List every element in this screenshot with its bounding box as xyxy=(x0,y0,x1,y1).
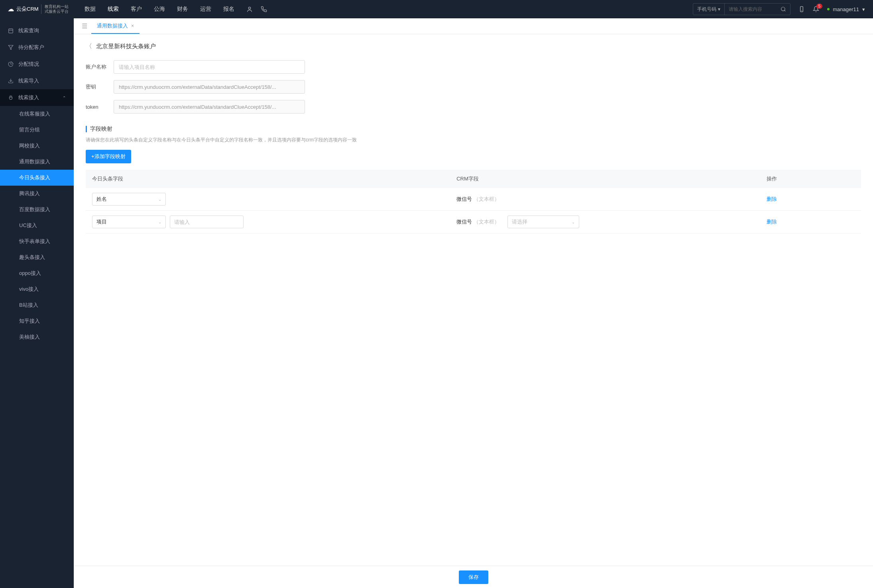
save-button[interactable]: 保存 xyxy=(459,570,488,584)
logo: ☁ 云朵CRM 教育机构一站 式服务云平台 xyxy=(8,4,69,14)
filter-icon xyxy=(8,45,14,50)
sidebar-sub-bilibili[interactable]: B站接入 xyxy=(0,297,74,313)
breadcrumb[interactable]: 〈 北京昱新科技头条账户 xyxy=(86,42,861,51)
col-action: 操作 xyxy=(760,170,861,188)
upload-icon xyxy=(8,78,14,84)
search-group: 手机号码 ▾ xyxy=(693,3,790,15)
svg-rect-3 xyxy=(800,6,803,12)
status-dot xyxy=(827,8,830,10)
pie-icon xyxy=(8,61,14,67)
delete-link[interactable]: 删除 xyxy=(767,196,777,202)
account-input[interactable] xyxy=(114,60,305,74)
user-menu[interactable]: manager11 ▾ xyxy=(827,6,865,12)
tab-general-data[interactable]: 通用数据接入 × xyxy=(91,18,140,34)
search-icon xyxy=(781,6,786,12)
col-toutiao: 今日头条字段 xyxy=(86,170,450,188)
svg-rect-5 xyxy=(9,29,13,33)
search-button[interactable] xyxy=(777,6,790,12)
username: manager11 xyxy=(833,6,859,12)
add-mapping-button[interactable]: +添加字段映射 xyxy=(86,150,131,163)
mobile-icon[interactable] xyxy=(798,6,805,12)
close-icon[interactable]: × xyxy=(131,23,134,29)
sidebar-sub-school[interactable]: 网校接入 xyxy=(0,138,74,154)
crm-field-select[interactable]: 请选择 ⌄ xyxy=(507,216,579,228)
crm-field-label: 微信号 xyxy=(456,196,472,202)
sidebar-item-pending[interactable]: 待分配客户 xyxy=(0,39,74,56)
sidebar-sub-oppo[interactable]: oppo接入 xyxy=(0,265,74,281)
sidebar-item-access[interactable]: 线索接入 ⌃ xyxy=(0,89,74,106)
phone-icon[interactable] xyxy=(261,6,267,12)
chevron-up-icon: ⌃ xyxy=(63,96,66,100)
tab-toggle-icon[interactable]: ☰ xyxy=(78,22,91,30)
sidebar-sub-meiyou[interactable]: 美柚接入 xyxy=(0,329,74,345)
chevron-down-icon: ⌄ xyxy=(158,220,161,224)
svg-marker-7 xyxy=(8,45,13,50)
nav-data[interactable]: 数据 xyxy=(85,4,96,14)
footer: 保存 xyxy=(74,566,873,588)
crm-field-hint: （文本框） xyxy=(474,196,499,202)
sidebar-sub-vivo[interactable]: vivo接入 xyxy=(0,281,74,297)
search-input[interactable] xyxy=(725,6,777,12)
sidebar-sub-general-data[interactable]: 通用数据接入 xyxy=(0,154,74,170)
user-icon[interactable] xyxy=(246,6,253,12)
svg-point-0 xyxy=(248,7,250,9)
section-title: 字段映射 xyxy=(86,125,861,133)
sidebar-sub-qutoutiao[interactable]: 趣头条接入 xyxy=(0,249,74,265)
calendar-icon xyxy=(8,28,14,33)
section-desc: 请确保您在此填写的头条自定义字段名称与在今日头条平台中自定义的字段名称一致，并且… xyxy=(86,137,861,143)
nav-operation[interactable]: 运营 xyxy=(200,4,211,14)
tabs-bar: ☰ 通用数据接入 × xyxy=(74,18,873,34)
nav-customer[interactable]: 客户 xyxy=(131,4,142,14)
delete-link[interactable]: 删除 xyxy=(767,219,777,225)
toutiao-field-select[interactable]: 项目 ⌄ xyxy=(92,216,166,228)
col-crm: CRM字段 xyxy=(450,170,760,188)
toutiao-field-select[interactable]: 姓名 ⌄ xyxy=(92,193,166,206)
crm-field-hint: （文本框） xyxy=(474,219,499,225)
sidebar-item-allocation[interactable]: 分配情况 xyxy=(0,56,74,73)
secret-label: 密钥 xyxy=(86,83,114,90)
table-row: 姓名 ⌄ 微信号 （文本框） 删除 xyxy=(86,188,861,211)
sidebar-sub-kuaishou[interactable]: 快手表单接入 xyxy=(0,233,74,249)
logo-icon: ☁ xyxy=(8,6,14,13)
search-type-select[interactable]: 手机号码 ▾ xyxy=(693,4,725,15)
chevron-down-icon: ▾ xyxy=(862,6,865,12)
crm-field-label: 微信号 xyxy=(456,219,472,225)
sidebar-sub-baidu[interactable]: 百度数据接入 xyxy=(0,202,74,218)
secret-input[interactable] xyxy=(114,80,305,94)
sidebar-sub-online-service[interactable]: 在线客服接入 xyxy=(0,106,74,122)
form-row-account: 账户名称 xyxy=(86,60,861,74)
table-row: 项目 ⌄ 微信号 xyxy=(86,211,861,233)
sidebar: 线索查询 待分配客户 分配情况 线索导入 线索接入 ⌃ 在线客服接入 留言分组 … xyxy=(0,18,74,588)
main-content: ☰ 通用数据接入 × 〈 北京昱新科技头条账户 账户名称 密钥 xyxy=(74,18,873,588)
nav-signup[interactable]: 报名 xyxy=(223,4,234,14)
sidebar-sub-zhihu[interactable]: 知乎接入 xyxy=(0,313,74,329)
nav-finance[interactable]: 财务 xyxy=(177,4,188,14)
token-label: token xyxy=(86,104,114,110)
svg-line-2 xyxy=(785,10,786,12)
chevron-down-icon: ▾ xyxy=(718,6,720,12)
logo-text: 云朵CRM xyxy=(16,6,39,13)
sidebar-sub-message-group[interactable]: 留言分组 xyxy=(0,122,74,138)
main-nav: 数据 线索 客户 公海 财务 运营 报名 xyxy=(85,4,234,14)
section-bar xyxy=(86,126,87,132)
sidebar-item-clue-search[interactable]: 线索查询 xyxy=(0,22,74,39)
nav-public[interactable]: 公海 xyxy=(154,4,165,14)
bell-icon[interactable]: 5 xyxy=(813,6,819,12)
notification-badge: 5 xyxy=(816,4,823,9)
mapping-table: 今日头条字段 CRM字段 操作 姓名 ⌄ xyxy=(86,170,861,233)
nav-clue[interactable]: 线索 xyxy=(108,4,119,14)
back-icon: 〈 xyxy=(86,42,92,51)
header: ☁ 云朵CRM 教育机构一站 式服务云平台 数据 线索 客户 公海 财务 运营 … xyxy=(0,0,873,18)
sidebar-item-import[interactable]: 线索导入 xyxy=(0,73,74,89)
page-content: 〈 北京昱新科技头条账户 账户名称 密钥 token xyxy=(74,34,873,588)
sidebar-sub-toutiao[interactable]: 今日头条接入 xyxy=(0,170,74,186)
nav-icons xyxy=(246,6,267,12)
sidebar-sub-uc[interactable]: UC接入 xyxy=(0,218,74,233)
logo-subtitle: 教育机构一站 式服务云平台 xyxy=(41,4,69,14)
chevron-down-icon: ⌄ xyxy=(158,197,161,202)
mapping-section: 字段映射 请确保您在此填写的头条自定义字段名称与在今日头条平台中自定义的字段名称… xyxy=(86,125,861,233)
token-input[interactable] xyxy=(114,100,305,114)
toutiao-field-input[interactable] xyxy=(170,216,244,228)
svg-point-1 xyxy=(781,7,785,11)
sidebar-sub-tencent[interactable]: 腾讯接入 xyxy=(0,186,74,202)
